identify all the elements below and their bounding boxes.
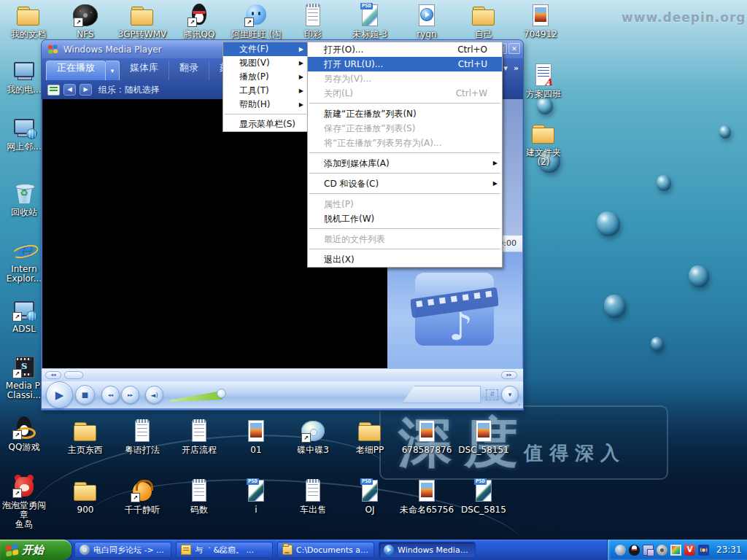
desktop-icon-704912[interactable]: 704912: [512, 3, 569, 39]
close-button[interactable]: ✕: [508, 43, 520, 54]
desktop-icon-my-documents[interactable]: 我的文档: [0, 3, 57, 39]
desktop-icon-dsc5815[interactable]: DSC_5815: [455, 478, 512, 515]
previous-button[interactable]: ◂◂: [101, 386, 120, 404]
tab-library[interactable]: 媒体库: [120, 61, 169, 80]
desktop-icon-rygn[interactable]: rygn: [398, 3, 455, 39]
desktop-icon-cantonese-typing[interactable]: 粤语打法: [114, 419, 171, 455]
spiral-detail: [136, 419, 149, 423]
folder-icon: [471, 3, 497, 28]
tab-options-button[interactable]: ▾: [503, 63, 508, 74]
quick-access-strip[interactable]: [402, 386, 481, 403]
submenu-arrow-icon: ▶: [493, 176, 498, 191]
desktop-icon-unnamed65756[interactable]: 未命名65756: [398, 478, 455, 515]
back-button[interactable]: ◀: [63, 84, 76, 96]
task-button-explorer[interactable]: C:\Documents and...: [277, 542, 374, 558]
desktop-icon-678587876[interactable]: 678587876: [398, 419, 455, 455]
desktop-icon-popotang[interactable]: 泡泡堂勇闯章 鱼岛: [0, 474, 48, 529]
stop-button[interactable]: ■: [75, 385, 95, 405]
desktop-icon-i[interactable]: i: [228, 478, 285, 515]
tab-now-playing[interactable]: 正在播放: [46, 61, 106, 80]
folder-icon: [72, 478, 98, 503]
tray-volume-icon[interactable]: [657, 545, 667, 556]
forward-button[interactable]: ▶: [80, 84, 92, 96]
tray-qq-icon[interactable]: [629, 545, 640, 556]
menu-item-recent-files[interactable]: 最近的文件列表: [308, 232, 502, 246]
volume-knob[interactable]: [217, 389, 226, 398]
resize-grip[interactable]: [515, 400, 521, 406]
wordpad-doc-icon: [530, 63, 557, 88]
fast-forward-button[interactable]: ▸▸: [501, 371, 517, 379]
desktop-icon-ttplayer[interactable]: 千千静听: [114, 478, 171, 515]
tray-signal-icon[interactable]: [698, 545, 709, 556]
menu-item-file[interactable]: 文件(F)▶: [223, 42, 308, 56]
desktop-icon-homepage-stuff[interactable]: 主页东西: [57, 419, 114, 455]
menu-item-help[interactable]: 帮助(H)▶: [223, 98, 308, 112]
menu-item-exit[interactable]: 退出(X): [308, 252, 502, 267]
task-label: 与 ｀&惢痐。 ...: [195, 545, 254, 556]
rewind-button[interactable]: ◂◂: [45, 371, 61, 379]
desktop-icon-wangwang[interactable]: 阿里旺旺 (淘: [228, 3, 285, 39]
submenu-arrow-icon: ▶: [299, 98, 303, 112]
desktop-icon-label: 粤语打法: [125, 446, 160, 455]
notepad-icon: [300, 3, 326, 28]
desktop-icon-untitled3[interactable]: 未标题-3: [341, 3, 398, 39]
menu-item-add-to-library[interactable]: 添加到媒体库(A)▶: [308, 156, 502, 171]
menu-item-view[interactable]: 视图(V)▶: [223, 56, 308, 70]
menu-item-save-as[interactable]: 另存为(V)...: [308, 71, 502, 86]
desktop-icon-mashu[interactable]: 码数: [171, 478, 228, 515]
tray-network-icon[interactable]: [643, 545, 654, 556]
menu-item-cds-and-devices[interactable]: CD 和设备(C)▶: [308, 176, 502, 191]
menu-item-open[interactable]: 打开(O)...Ctrl+O: [308, 42, 502, 57]
menu-item-new-playlist[interactable]: 新建“正在播放”列表(N): [308, 106, 502, 121]
tab-rip[interactable]: 翻录: [169, 61, 209, 80]
menu-item-tools[interactable]: 工具(T)▶: [223, 84, 308, 98]
seek-bar[interactable]: ◂◂ ▸▸: [42, 368, 523, 381]
desktop-icon-3gp-wmv[interactable]: 3GP转WMV: [114, 3, 171, 39]
task-button-wmp[interactable]: Windows Media Pl...: [379, 542, 476, 558]
menu-item-save-playlist[interactable]: 保存“正在播放”列表(S): [308, 121, 502, 136]
tray-display-icon[interactable]: [670, 545, 681, 556]
desktop-icon-dsc58151[interactable]: DSC_58151: [455, 419, 512, 455]
notepad-icon: [300, 478, 326, 503]
desktop-icon-yincai[interactable]: 印彩: [285, 3, 341, 39]
task-button-forum[interactable]: 电白同乡论坛 -> ...: [74, 542, 171, 558]
start-button[interactable]: 开始: [0, 540, 71, 560]
desktop-icon-label: 网上邻...: [7, 142, 41, 152]
tray-antivirus-icon[interactable]: [684, 545, 695, 556]
mute-button[interactable]: ◄): [145, 386, 163, 404]
tray-maxthon-icon[interactable]: [615, 545, 626, 556]
playlist-icon[interactable]: [47, 85, 60, 96]
menu-item-close[interactable]: 关闭(L)Ctrl+W: [308, 86, 502, 101]
qq-penguin-icon: [186, 3, 212, 28]
menu-item-save-playlist-as[interactable]: 将“正在播放”列表另存为(A)...: [308, 136, 502, 150]
desktop-icon-900[interactable]: 900: [57, 478, 114, 515]
volume-slider[interactable]: [170, 389, 222, 402]
menu-item-show-menubar[interactable]: 显示菜单栏(S): [223, 117, 308, 131]
desktop-icon-01[interactable]: 01: [228, 419, 285, 455]
spiral-detail: [306, 479, 320, 483]
desktop-icon-shop-process[interactable]: 开店流程: [171, 419, 228, 455]
desktop-icon-oj[interactable]: OJ: [341, 478, 398, 515]
task-button-qq-chat[interactable]: 与 ｀&惢痐。 ...: [176, 542, 273, 558]
switch-skin-mode-icon[interactable]: ⇵: [486, 389, 498, 400]
desktop-icon-qq-game[interactable]: QQ游戏: [0, 416, 48, 452]
menu-item-work-offline[interactable]: 脱机工作(W): [308, 211, 502, 226]
desktop-icon-laoxipp[interactable]: 老细PP: [341, 419, 398, 455]
desktop-icon-ziji[interactable]: 自己: [455, 3, 512, 39]
menu-item-properties[interactable]: 属性(P): [308, 197, 502, 211]
seek-thumb[interactable]: [64, 371, 83, 379]
water-drop: [597, 211, 620, 236]
now-playing-options-caret[interactable]: ▾: [106, 61, 120, 80]
desktop-icon-diezhongdie3[interactable]: 碟中碟3: [285, 419, 341, 455]
film-strip-detail: [17, 358, 31, 360]
desktop-icon-chechushou[interactable]: 车出售: [285, 478, 341, 515]
psd-file-icon: [357, 3, 383, 28]
next-button[interactable]: ▸▸: [121, 386, 139, 404]
desktop-icon-qq[interactable]: 腾讯QQ: [171, 3, 228, 39]
more-tabs-button[interactable]: »: [514, 63, 519, 74]
desktop-icon-nfs[interactable]: NFS: [57, 3, 114, 39]
play-button[interactable]: ▶: [46, 381, 73, 408]
desktop-icon-label: DSC_5815: [461, 505, 506, 515]
menu-item-open-url[interactable]: 打开 URL(U)...Ctrl+U: [308, 57, 502, 71]
menu-item-play[interactable]: 播放(P)▶: [223, 70, 308, 84]
